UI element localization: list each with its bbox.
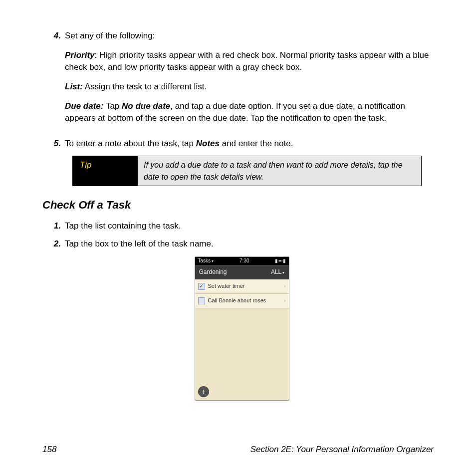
screenshot-footer: + (195, 383, 289, 400)
due-text-a: Tap (103, 101, 122, 111)
document-page: 4. Set any of the following: Priority: H… (0, 0, 476, 476)
step-intro: Set any of the following: (65, 30, 434, 42)
step-text: Tap the list containing the task. (65, 220, 434, 233)
step-body: Set any of the following: Priority: High… (65, 30, 434, 132)
task-row[interactable]: Call Bonnie about roses › (195, 294, 289, 308)
list-title: Gardening (199, 268, 227, 276)
list-label: List: (65, 82, 83, 91)
no-due-date-em: No due date (122, 101, 170, 111)
task-label: Set water timer (208, 282, 245, 290)
app-menu[interactable]: Tasks (198, 257, 214, 265)
check-step-2: 2. Tap the box to the left of the task n… (50, 238, 434, 250)
step-5: 5. To enter a note about the task, tap N… (50, 138, 434, 150)
step-4: 4. Set any of the following: Priority: H… (50, 30, 434, 132)
step-text: Tap the box to the left of the task name… (65, 238, 434, 250)
due-date-label: Due date: (65, 101, 103, 111)
step-number: 4. (50, 30, 65, 132)
add-task-button[interactable]: + (198, 386, 209, 397)
priority-text: : High priority tasks appear with a red … (65, 50, 429, 72)
step-body: To enter a note about the task, tap Note… (65, 138, 434, 150)
tip-text: If you add a due date to a task and then… (138, 156, 421, 185)
page-footer: 158 Section 2E: Your Personal Informatio… (42, 444, 434, 456)
check-steps-block: 1. Tap the list containing the task. 2. … (50, 220, 434, 401)
check-step-1: 1. Tap the list containing the task. (50, 220, 434, 233)
page-number: 158 (42, 444, 56, 456)
empty-area (195, 308, 289, 383)
priority-line: Priority: High priority tasks appear wit… (65, 49, 434, 74)
list-header: Gardening ALL (195, 265, 289, 279)
section-label: Section 2E: Your Personal Information Or… (250, 444, 434, 456)
section-heading: Check Off a Task (42, 197, 434, 213)
content-block: 4. Set any of the following: Priority: H… (50, 30, 434, 186)
priority-label: Priority (65, 50, 95, 60)
step-number: 2. (50, 238, 65, 250)
step-number: 1. (50, 220, 65, 233)
chevron-right-icon[interactable]: › (284, 297, 285, 305)
chevron-right-icon[interactable]: › (284, 283, 285, 290)
step-number: 5. (50, 138, 65, 150)
filter-dropdown[interactable]: ALL (271, 268, 285, 276)
step5-text-b: and enter the note. (220, 139, 293, 148)
status-bar: Tasks 7:30 ▮ ▪▪▫ ▮ (195, 257, 289, 265)
due-date-line: Due date: Tap No due date, and tap a due… (65, 100, 434, 125)
task-row[interactable]: ✓ Set water timer › (195, 279, 289, 294)
tip-label: Tip (73, 156, 138, 185)
list-line: List: Assign the task to a different lis… (65, 81, 434, 93)
checkbox-icon[interactable] (198, 297, 205, 304)
tip-box: Tip If you add a due date to a task and … (72, 156, 422, 186)
step5-text-a: To enter a note about the task, tap (65, 139, 196, 148)
notes-em: Notes (196, 139, 220, 148)
checkbox-icon[interactable]: ✓ (198, 283, 205, 290)
task-label: Call Bonnie about roses (208, 297, 266, 305)
phone-screenshot: Tasks 7:30 ▮ ▪▪▫ ▮ Gardening ALL ✓ Set w… (195, 256, 289, 401)
status-time: 7:30 (239, 257, 249, 265)
signal-icon: ▮ ▪▪▫ ▮ (275, 257, 285, 265)
list-text: Assign the task to a different list. (83, 82, 207, 91)
